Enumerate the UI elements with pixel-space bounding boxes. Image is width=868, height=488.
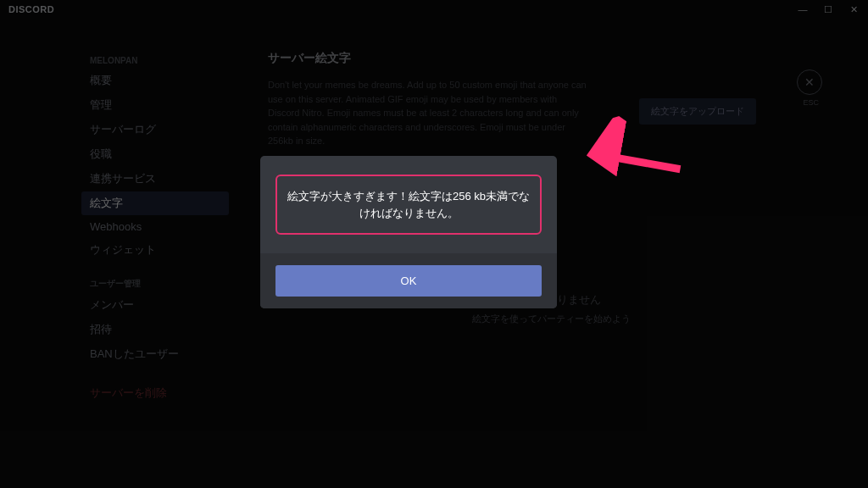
modal-body: 絵文字が大きすぎます！絵文字は256 kb未満でなければなりません。: [260, 156, 557, 253]
modal-footer: OK: [260, 253, 557, 308]
error-modal: 絵文字が大きすぎます！絵文字は256 kb未満でなければなりません。 OK: [260, 156, 557, 308]
ok-button[interactable]: OK: [275, 265, 542, 297]
error-message: 絵文字が大きすぎます！絵文字は256 kb未満でなければなりません。: [275, 175, 542, 235]
modal-backdrop: 絵文字が大きすぎます！絵文字は256 kb未満でなければなりません。 OK: [0, 0, 868, 488]
